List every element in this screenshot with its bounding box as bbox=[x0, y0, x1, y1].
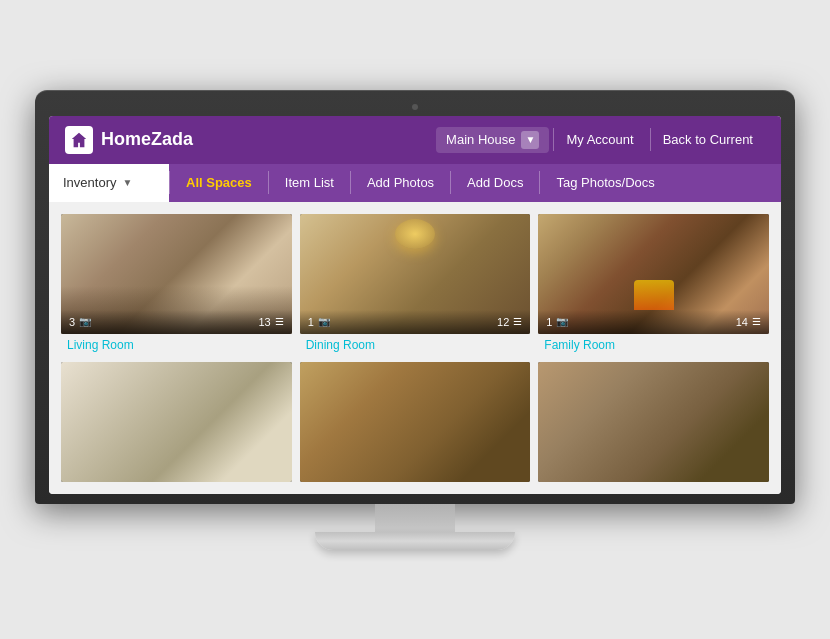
nav-item-add-docs[interactable]: Add Docs bbox=[451, 164, 539, 202]
photo-count-dining: 1 bbox=[308, 316, 314, 328]
monitor: HomeZada Main House ▼ My Account Back to… bbox=[35, 90, 795, 550]
photo-count-living: 3 bbox=[69, 316, 75, 328]
my-account-link[interactable]: My Account bbox=[553, 128, 645, 151]
room-card-6[interactable] bbox=[538, 362, 769, 482]
dropdown-arrow-icon: ▼ bbox=[122, 177, 132, 188]
fireplace-decor bbox=[634, 280, 674, 310]
house-name: Main House bbox=[446, 132, 515, 147]
room-image-6 bbox=[538, 362, 769, 482]
camera-icon-living: 📷 bbox=[79, 316, 91, 327]
room-overlay-dining: 1 📷 12 ☰ bbox=[300, 310, 531, 334]
monitor-stand-neck bbox=[375, 504, 455, 532]
room-image-4 bbox=[61, 362, 292, 482]
nav-item-all-spaces[interactable]: All Spaces bbox=[170, 164, 268, 202]
house-selector[interactable]: Main House ▼ bbox=[436, 127, 549, 153]
room-card-image-living: 3 📷 13 ☰ bbox=[61, 214, 292, 334]
room-card-image-4 bbox=[61, 362, 292, 482]
camera-dot bbox=[412, 104, 418, 110]
monitor-bezel: HomeZada Main House ▼ My Account Back to… bbox=[35, 90, 795, 504]
list-icon-living: ☰ bbox=[275, 316, 284, 327]
app-logo-text: HomeZada bbox=[101, 129, 193, 150]
nav-item-item-list[interactable]: Item List bbox=[269, 164, 350, 202]
header-actions: Main House ▼ My Account Back to Current bbox=[436, 127, 765, 153]
room-stats-right-dining: 12 ☰ bbox=[497, 316, 522, 328]
house-icon bbox=[70, 131, 88, 149]
item-count-living: 13 bbox=[258, 316, 270, 328]
app-header: HomeZada Main House ▼ My Account Back to… bbox=[49, 116, 781, 164]
nav-item-add-photos[interactable]: Add Photos bbox=[351, 164, 450, 202]
app-logo-icon bbox=[65, 126, 93, 154]
list-icon-family: ☰ bbox=[752, 316, 761, 327]
room-stats-left-dining: 1 📷 bbox=[308, 316, 330, 328]
rooms-grid: 3 📷 13 ☰ Living Room bbox=[61, 214, 769, 482]
inventory-dropdown[interactable]: Inventory ▼ bbox=[49, 164, 169, 202]
room-label-living[interactable]: Living Room bbox=[61, 334, 292, 354]
room-card-family-room[interactable]: 1 📷 14 ☰ Family Room bbox=[538, 214, 769, 354]
camera-icon-dining: 📷 bbox=[318, 316, 330, 327]
back-to-current-link[interactable]: Back to Current bbox=[650, 128, 765, 151]
room-card-image-dining: 1 📷 12 ☰ bbox=[300, 214, 531, 334]
app-container: HomeZada Main House ▼ My Account Back to… bbox=[49, 116, 781, 494]
list-icon-dining: ☰ bbox=[513, 316, 522, 327]
room-overlay-family: 1 📷 14 ☰ bbox=[538, 310, 769, 334]
room-stats-left-living: 3 📷 bbox=[69, 316, 91, 328]
nav-item-tag-photos[interactable]: Tag Photos/Docs bbox=[540, 164, 670, 202]
logo-area: HomeZada bbox=[65, 126, 436, 154]
room-stats-left-family: 1 📷 bbox=[546, 316, 568, 328]
room-card-5[interactable] bbox=[300, 362, 531, 482]
room-overlay-living: 3 📷 13 ☰ bbox=[61, 310, 292, 334]
room-label-family[interactable]: Family Room bbox=[538, 334, 769, 354]
room-card-living-room[interactable]: 3 📷 13 ☰ Living Room bbox=[61, 214, 292, 354]
item-count-dining: 12 bbox=[497, 316, 509, 328]
camera-icon-family: 📷 bbox=[556, 316, 568, 327]
room-card-4[interactable] bbox=[61, 362, 292, 482]
chevron-down-icon: ▼ bbox=[521, 131, 539, 149]
room-card-image-family: 1 📷 14 ☰ bbox=[538, 214, 769, 334]
room-stats-right-family: 14 ☰ bbox=[736, 316, 761, 328]
room-label-dining[interactable]: Dining Room bbox=[300, 334, 531, 354]
monitor-stand-base bbox=[315, 532, 515, 550]
photo-count-family: 1 bbox=[546, 316, 552, 328]
inventory-label: Inventory bbox=[63, 175, 116, 190]
item-count-family: 14 bbox=[736, 316, 748, 328]
chandelier-decor bbox=[395, 219, 435, 249]
room-stats-right-living: 13 ☰ bbox=[258, 316, 283, 328]
room-image-5 bbox=[300, 362, 531, 482]
room-card-dining-room[interactable]: 1 📷 12 ☰ Dining Room bbox=[300, 214, 531, 354]
app-navbar: Inventory ▼ All Spaces Item List Add Pho… bbox=[49, 164, 781, 202]
room-card-image-6 bbox=[538, 362, 769, 482]
monitor-screen: HomeZada Main House ▼ My Account Back to… bbox=[49, 116, 781, 494]
room-card-image-5 bbox=[300, 362, 531, 482]
app-content: 3 📷 13 ☰ Living Room bbox=[49, 202, 781, 494]
